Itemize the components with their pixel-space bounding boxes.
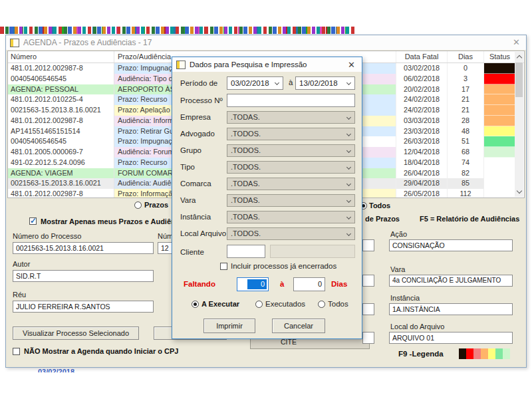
cell-dias: 28 <box>447 116 483 126</box>
processo-input[interactable] <box>227 94 355 107</box>
radio-prazos[interactable] <box>134 201 142 209</box>
cell-dias: 85 <box>447 178 483 189</box>
selected-text: 0 <box>247 279 267 289</box>
cell-dias: 21 <box>447 105 483 116</box>
combobox-advogado[interactable]: .TODOS. <box>227 128 355 140</box>
dias-label: Dias <box>331 280 347 288</box>
status-cell <box>483 168 515 179</box>
imprimir-button[interactable]: Imprimir <box>203 319 255 333</box>
legend-color-swatch <box>495 348 503 359</box>
status-cell <box>483 126 515 137</box>
local-arquivo-label: Local do Arquivo <box>390 323 444 331</box>
cell-numero: 0021563-15.2013.8.16.0021 <box>8 178 114 189</box>
cell-data-fatal: 20/02/2018 <box>396 84 447 95</box>
cell-numero: 481.01.2012.010225-4 <box>8 94 114 105</box>
cell-numero: 481.01.2012.002987-8 <box>8 63 114 74</box>
radio-a-executar[interactable] <box>192 301 199 308</box>
chevron-down-icon <box>346 215 351 219</box>
report-audiencias-label: F5 = Relatório de Audiências <box>420 215 519 223</box>
reu-label: Réu <box>13 291 26 299</box>
combobox-vara[interactable]: .TODAS. <box>227 194 355 207</box>
combobox-instância[interactable]: .TODAS. <box>227 211 355 223</box>
cell-data-fatal: 26/05/2018 <box>396 189 447 198</box>
status-cell <box>483 94 515 105</box>
column-header-data-fatal[interactable]: Data Fatal <box>396 51 447 63</box>
scroll-down-icon[interactable] <box>515 188 523 197</box>
combo-label-local-arquivo: Local Arquivo <box>180 229 226 237</box>
radio-prazos-label: Prazos <box>144 201 168 209</box>
status-cell <box>483 147 515 158</box>
status-cell <box>483 189 515 198</box>
column-header-numero[interactable]: Número <box>8 51 114 63</box>
cell-data-fatal: 18/04/2018 <box>396 158 447 168</box>
cliente-name-input[interactable] <box>270 245 355 258</box>
search-print-dialog: Dados para Pesquisa e Impressão ✕ Períod… <box>172 57 362 339</box>
combobox-tipo[interactable]: .TODOS. <box>227 161 355 174</box>
dialog-title: Dados para Pesquisa e Impressão <box>190 61 307 68</box>
radio-todos-dialog[interactable] <box>318 301 325 308</box>
radio-executados[interactable] <box>255 301 263 308</box>
status-legend <box>459 348 510 359</box>
chevron-down-icon <box>346 198 351 203</box>
cell-numero: 00405406546545 <box>8 74 114 84</box>
cell-data-fatal: 24/02/2018 <box>396 105 447 116</box>
cell-dias: 17 <box>447 84 483 95</box>
combobox-comarca[interactable]: .TODAS. <box>227 178 355 190</box>
combobox-grupo[interactable]: .TODOS. <box>227 144 355 157</box>
covered-field-fragment[interactable] <box>362 275 374 287</box>
status-cell <box>483 178 515 189</box>
faltando-to-input[interactable]: 0 <box>293 277 325 291</box>
faltando-a-label: à <box>280 280 284 288</box>
visualizar-processo-button[interactable]: Visualizar Processo Selecionado <box>13 327 139 340</box>
covered-field-fragment[interactable] <box>362 303 374 315</box>
legend-color-swatch <box>481 348 488 359</box>
close-icon[interactable]: ✕ <box>513 37 520 49</box>
instancia-field[interactable]: 1A.INSTÂNCIA <box>389 303 513 315</box>
table-scrollbar[interactable] <box>515 52 523 197</box>
status-cell <box>483 158 515 168</box>
column-header-dias[interactable]: Dias <box>447 51 483 63</box>
legend-color-swatch <box>459 348 466 359</box>
chevron-down-icon <box>346 115 351 120</box>
legend-color-swatch <box>503 348 510 359</box>
cell-dias: 48 <box>447 126 483 137</box>
cancelar-button[interactable]: Cancelar <box>272 319 325 333</box>
cliente-label: Cliente <box>180 248 204 256</box>
show-mine-checkbox[interactable] <box>29 217 37 225</box>
covered-field-fragment[interactable] <box>362 332 374 344</box>
incluir-encerrados-checkbox[interactable] <box>220 263 227 270</box>
acao-field[interactable]: CONSIGNAÇÃO <box>389 239 513 251</box>
combobox-local-arquivo[interactable]: .TODOS. <box>227 227 355 240</box>
cell-numero: AGENDA: PESSOAL <box>8 84 114 95</box>
periodo-from-combobox[interactable]: 03/02/2018 <box>227 76 283 90</box>
chevron-down-icon <box>346 182 351 186</box>
dialog-titlebar: Dados para Pesquisa e Impressão <box>172 57 362 72</box>
combo-label-advogado: Advogado <box>180 130 215 138</box>
status-cell <box>483 136 515 147</box>
combobox-empresa[interactable]: .TODAS. <box>227 111 355 124</box>
background-color-strip <box>0 27 354 34</box>
status-cell <box>483 105 515 116</box>
scrollbar-thumb[interactable] <box>515 63 523 97</box>
reu-field[interactable]: JULIO FERREIRA R.SANTOS <box>13 301 154 313</box>
cell-numero: AGENDA: VIAGEM <box>8 168 114 179</box>
faltando-from-input[interactable]: 0 <box>237 277 269 291</box>
legend-color-swatch <box>466 348 473 359</box>
periodo-a-label: à <box>289 78 293 86</box>
autor-field[interactable]: SID.R.T <box>13 270 154 282</box>
cliente-code-input[interactable] <box>227 245 265 258</box>
dialog-close-icon[interactable]: ✕ <box>348 59 355 71</box>
covered-field-fragment[interactable] <box>362 239 374 251</box>
column-header-status[interactable]: Status <box>483 51 515 63</box>
vara-field[interactable]: 4a CONCILIAÇÃO E JULGAMENTO <box>389 275 513 287</box>
local-arquivo-field[interactable]: ARQUIVO 01 <box>389 332 513 344</box>
cell-data-fatal: 03/02/2018 <box>396 63 447 74</box>
numero-processo-field[interactable]: 0021563-15.2013.8.16.0021 <box>13 242 154 254</box>
cell-numero: 481.01.2012.002987-8 <box>8 189 114 198</box>
chevron-down-icon <box>346 231 351 236</box>
periodo-to-combobox[interactable]: 13/02/2018 <box>295 76 355 90</box>
cell-data-fatal: 06/02/2018 <box>396 74 447 84</box>
radio-todos-dialog-label: Todos <box>328 300 348 308</box>
scroll-up-icon[interactable] <box>515 52 523 61</box>
nao-mostrar-checkbox[interactable] <box>13 348 20 355</box>
